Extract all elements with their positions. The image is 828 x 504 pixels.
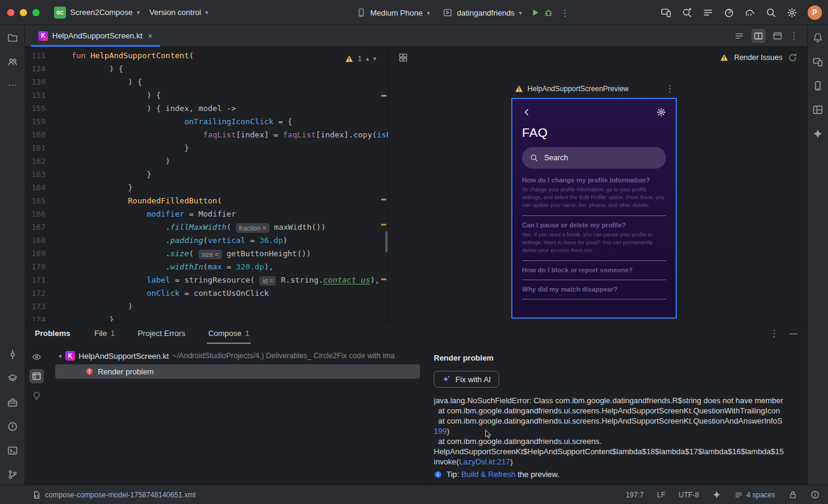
pull-requests-icon[interactable] xyxy=(7,56,18,67)
code-line[interactable]: RoundedFilledButton( xyxy=(53,194,388,208)
code-view-icon[interactable] xyxy=(732,29,746,43)
next-issue-icon[interactable]: ▾ xyxy=(373,52,376,65)
code-line[interactable]: onClick = contactUsOnClick xyxy=(53,287,388,300)
code-line[interactable]: ) { xyxy=(53,76,388,89)
warning-stripe-mark[interactable] xyxy=(381,199,386,200)
device-manager-icon[interactable] xyxy=(812,80,823,91)
panel-tab-compose[interactable]: Compose1 xyxy=(207,322,251,344)
device-selector[interactable]: Medium Phone ▾ xyxy=(352,5,434,20)
code-line[interactable]: } xyxy=(53,142,388,155)
vcs-menu[interactable]: Version control ▾ xyxy=(145,5,213,20)
profiler-icon[interactable] xyxy=(724,7,734,18)
code-line[interactable]: } xyxy=(53,181,388,194)
faq-search-bar[interactable]: Search xyxy=(522,147,666,169)
hide-panel-icon[interactable]: — xyxy=(790,329,797,338)
prev-issue-icon[interactable]: ▴ xyxy=(366,52,369,65)
render-issues-label[interactable]: Render Issues xyxy=(734,53,782,62)
problem-row[interactable]: Render problem xyxy=(55,364,420,379)
ai-search-icon[interactable] xyxy=(682,7,692,18)
preview-frame[interactable]: FAQ Search How do I change my profile in… xyxy=(511,98,677,319)
problems-icon[interactable] xyxy=(7,421,18,432)
minimize-window-button[interactable] xyxy=(20,9,27,16)
more-tool-windows-icon[interactable]: ⋯ xyxy=(8,80,17,89)
preview-toggle-eye-icon[interactable] xyxy=(29,350,44,364)
code-line[interactable]: ) { xyxy=(53,62,388,76)
code-line[interactable]: onTrailingIconClick = { xyxy=(53,115,388,128)
run-button[interactable] xyxy=(530,8,540,17)
panel-options-kebab[interactable]: ⋮ xyxy=(770,329,779,338)
settings-icon[interactable] xyxy=(787,7,797,18)
editor-scrollbar[interactable] xyxy=(385,231,388,253)
ui-check-mode-icon[interactable] xyxy=(398,53,408,62)
code-line[interactable]: ) xyxy=(53,300,388,313)
layout-inspector-icon[interactable] xyxy=(812,104,823,115)
details-view-icon[interactable] xyxy=(29,369,44,383)
notifications-bell-icon[interactable] xyxy=(812,32,823,43)
caret-position[interactable]: 197:7 xyxy=(626,491,644,499)
code-line[interactable]: } xyxy=(53,313,388,322)
debug-button[interactable] xyxy=(544,8,553,17)
code-line[interactable]: ) { index, model -> xyxy=(53,102,388,115)
indent-widget[interactable]: 4 spaces xyxy=(734,491,775,499)
search-icon[interactable] xyxy=(766,7,776,18)
code-editor[interactable]: 1111241301511551591601611621631641651661… xyxy=(25,47,389,322)
file-row[interactable]: ▾ K HelpAndSupportScreen.kt ~/AndroidStu… xyxy=(48,349,426,363)
inspection-widget[interactable]: 1 ▴ ▾ xyxy=(343,51,379,67)
code-line[interactable]: .size( size = getButtonHeight()) xyxy=(53,247,388,260)
warning-stripe-mark[interactable] xyxy=(381,224,386,226)
tab-options-kebab[interactable]: ⋮ xyxy=(790,31,799,40)
line-separator[interactable]: LF xyxy=(657,491,665,499)
warning-stripe-mark[interactable] xyxy=(381,95,386,97)
editor-tab[interactable]: K HelpAndSupportScreen.kt × xyxy=(31,25,160,46)
layers-icon[interactable] xyxy=(7,373,18,384)
run-config-selector[interactable]: datingandfriends ▾ xyxy=(438,5,526,20)
info-icon[interactable] xyxy=(811,490,820,499)
code-area[interactable]: fun HelpAndSupportContent( ) { ) { ) { )… xyxy=(53,47,388,322)
panel-tab-project-errors[interactable]: Project Errors xyxy=(136,322,186,344)
stack-link[interactable]: LazyDsl.kt:217 xyxy=(459,457,510,466)
back-icon[interactable] xyxy=(522,107,532,117)
more-run-actions-kebab[interactable]: ⋮ xyxy=(557,4,574,21)
code-line[interactable]: label = stringResource( id = R.string.co… xyxy=(53,274,388,287)
profile-avatar[interactable]: P xyxy=(808,5,822,20)
project-folder-icon[interactable] xyxy=(7,32,18,43)
ai-status-icon[interactable] xyxy=(712,490,721,499)
close-tab-icon[interactable]: × xyxy=(148,31,152,41)
code-line[interactable]: .widthIn(max = 320.dp), xyxy=(53,260,388,274)
gemini-icon[interactable] xyxy=(812,128,823,139)
file-encoding[interactable]: UTF-8 xyxy=(679,491,699,499)
code-line[interactable]: fun HelpAndSupportContent( xyxy=(53,49,388,62)
code-line[interactable]: modifier = Modifier xyxy=(53,208,388,221)
panel-tab-file[interactable]: File1 xyxy=(93,322,116,344)
code-line[interactable]: .fillMaxWidth( fraction = maxWidth()) xyxy=(53,221,388,234)
zoom-window-button[interactable] xyxy=(32,9,40,16)
build-icon[interactable] xyxy=(7,397,18,408)
app-menu[interactable]: SC Screen2Compose ▾ xyxy=(49,4,145,22)
fix-with-ai-button[interactable]: Fix with AI xyxy=(434,371,499,388)
panel-title[interactable]: Problems xyxy=(35,329,70,338)
split-view-icon[interactable] xyxy=(751,29,766,43)
todo-list-icon[interactable] xyxy=(703,7,713,18)
code-line[interactable]: .padding(vertical = 36.dp) xyxy=(53,234,388,247)
code-line[interactable]: faqList[index] = faqList[index].copy(isE xyxy=(53,128,388,142)
device-mirroring-icon[interactable] xyxy=(661,7,671,18)
code-line[interactable]: } xyxy=(53,168,388,181)
code-line[interactable]: ) { xyxy=(53,89,388,102)
running-devices-icon[interactable] xyxy=(812,56,823,67)
build-refresh-link[interactable]: Build & Refresh xyxy=(461,470,515,479)
settings-gear-icon[interactable] xyxy=(656,107,666,117)
code-line[interactable]: ) xyxy=(53,155,388,168)
warning-stripe-mark[interactable] xyxy=(381,278,386,280)
close-window-button[interactable] xyxy=(7,9,14,16)
stack-link[interactable]: 199 xyxy=(434,427,447,436)
design-view-icon[interactable] xyxy=(770,29,785,43)
lock-icon[interactable] xyxy=(788,490,797,499)
terminal-icon[interactable] xyxy=(7,445,18,456)
gradle-sync-icon[interactable] xyxy=(745,7,755,18)
quick-fix-bulb-icon[interactable] xyxy=(29,388,44,403)
version-control-icon[interactable] xyxy=(7,469,18,480)
preview-options-kebab[interactable]: ⋮ xyxy=(665,84,674,93)
refresh-preview-icon[interactable] xyxy=(788,53,797,62)
commit-icon[interactable] xyxy=(7,349,18,360)
status-file-name[interactable]: compose-compose-model-1758748140651.xml xyxy=(45,491,196,499)
